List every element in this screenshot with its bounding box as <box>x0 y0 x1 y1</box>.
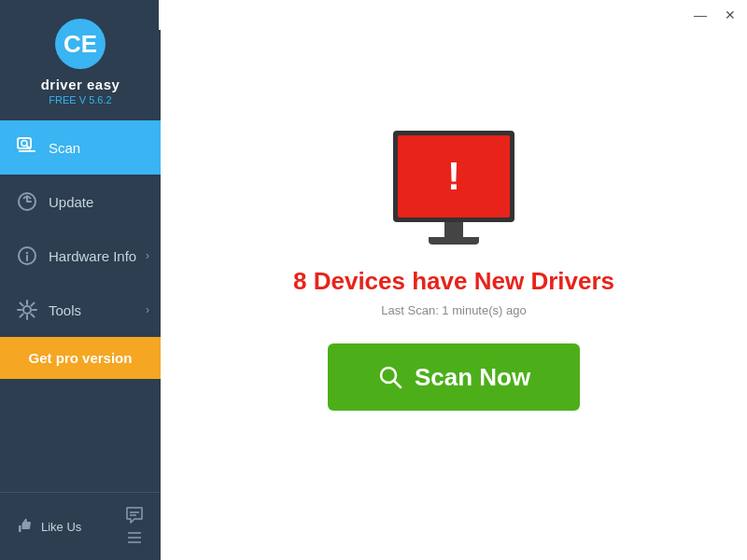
hardware-info-chevron: › <box>146 249 149 262</box>
svg-line-15 <box>21 303 23 306</box>
last-scan-text: Last Scan: 1 minute(s) ago <box>381 303 526 317</box>
sidebar: CE driver easy FREE V 5.6.2 Scan <box>0 0 161 560</box>
close-button[interactable]: ✕ <box>721 6 740 24</box>
monitor-stand-base <box>429 237 479 245</box>
minimize-button[interactable]: — <box>691 6 710 24</box>
tools-chevron: › <box>146 303 149 316</box>
scan-btn-icon <box>377 364 403 390</box>
thumbs-up-icon <box>17 518 34 535</box>
title-bar: — ✕ <box>159 0 747 30</box>
logo-area: CE driver easy FREE V 5.6.2 <box>0 0 161 120</box>
app-version: FREE V 5.6.2 <box>49 94 111 105</box>
update-icon <box>15 189 39 214</box>
app-name: driver easy <box>41 77 120 92</box>
monitor: ! <box>393 131 514 245</box>
scan-now-button[interactable]: Scan Now <box>328 343 580 411</box>
sidebar-item-update[interactable]: Update <box>0 175 161 229</box>
hardware-info-icon <box>15 244 39 268</box>
monitor-illustration: ! <box>393 131 514 245</box>
tools-icon <box>15 298 39 322</box>
footer-icons <box>125 506 144 547</box>
exclaim-mark: ! <box>447 157 460 196</box>
like-us-link[interactable]: Like Us <box>17 518 81 535</box>
main-content: ! 8 Devices have New Drivers Last Scan: … <box>161 0 747 560</box>
sidebar-nav: Scan Update Hardware Info <box>0 120 161 492</box>
scan-icon <box>15 135 39 160</box>
sidebar-item-tools[interactable]: Tools › <box>0 283 161 337</box>
svg-line-18 <box>21 315 23 317</box>
list-icon[interactable] <box>125 528 144 547</box>
sidebar-item-update-label: Update <box>49 194 93 210</box>
svg-line-16 <box>32 315 35 317</box>
main-heading: 8 Devices have New Drivers <box>293 267 614 296</box>
sidebar-item-hardware-info-label: Hardware Info <box>49 248 136 264</box>
sidebar-item-scan-label: Scan <box>49 140 80 156</box>
svg-point-10 <box>23 306 31 314</box>
logo-icon: CE <box>55 19 106 69</box>
svg-text:CE: CE <box>63 30 97 58</box>
get-pro-button[interactable]: Get pro version <box>0 337 161 379</box>
svg-line-25 <box>394 381 401 387</box>
monitor-stand-neck <box>444 222 463 237</box>
sidebar-item-hardware-info[interactable]: Hardware Info › <box>0 229 161 283</box>
chat-icon[interactable] <box>125 506 144 525</box>
scan-now-label: Scan Now <box>415 363 530 392</box>
sidebar-item-scan[interactable]: Scan <box>0 120 161 175</box>
monitor-screen: ! <box>393 131 514 222</box>
sidebar-item-tools-label: Tools <box>49 302 81 318</box>
like-us-label: Like Us <box>41 520 81 534</box>
svg-line-17 <box>32 303 35 306</box>
sidebar-footer: Like Us <box>0 492 161 560</box>
monitor-screen-inner: ! <box>398 135 510 217</box>
